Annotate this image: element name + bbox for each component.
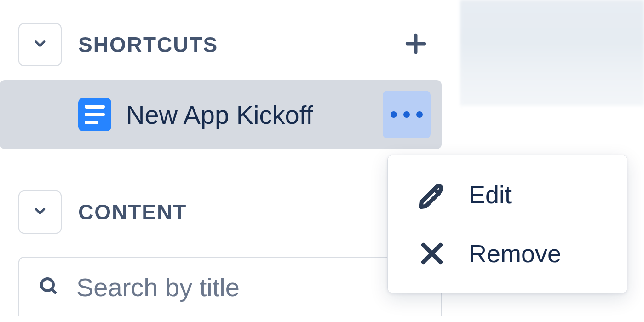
content-search-input[interactable]: Search by title [18,257,442,316]
plus-icon [403,31,429,58]
content-title: CONTENT [78,200,383,224]
pencil-icon [415,178,448,211]
add-shortcut-button[interactable] [399,28,432,61]
more-horizontal-icon [391,111,423,118]
chevron-down-icon [32,203,48,221]
svg-point-5 [41,279,53,291]
search-icon [38,275,60,299]
close-icon [415,237,448,270]
menu-item-edit[interactable]: Edit [388,165,627,224]
menu-item-label: Edit [469,180,512,209]
shortcuts-title: SHORTCUTS [78,32,383,57]
header-banner [460,0,644,106]
search-placeholder: Search by title [76,272,240,302]
shortcut-item-label: New App Kickoff [126,100,368,130]
shortcut-context-menu: Edit Remove [387,155,627,293]
menu-item-label: Remove [469,239,561,268]
content-collapse-toggle[interactable] [18,190,62,234]
menu-item-remove[interactable]: Remove [388,224,627,283]
shortcut-more-button[interactable] [383,91,431,138]
shortcuts-section-header: SHORTCUTS [0,0,460,80]
chevron-down-icon [32,35,48,54]
page-icon [78,98,111,131]
shortcuts-collapse-toggle[interactable] [18,23,62,66]
shortcut-item[interactable]: New App Kickoff [0,80,442,149]
svg-line-6 [52,289,56,293]
